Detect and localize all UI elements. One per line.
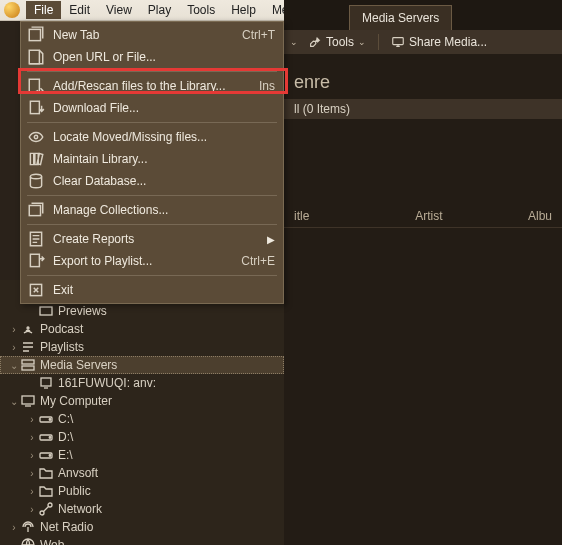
eye-icon: [27, 129, 45, 145]
menu-item-maintain-library[interactable]: Maintain Library...: [21, 148, 283, 170]
tab-media-servers[interactable]: Media Servers: [349, 5, 452, 30]
chevron-down-icon[interactable]: ⌄: [290, 37, 298, 47]
tree-item-playlists[interactable]: ›Playlists: [0, 338, 284, 356]
column-title[interactable]: itle: [284, 209, 405, 223]
tree-item-drive-e[interactable]: ›E:\: [0, 446, 284, 464]
expander-icon[interactable]: ›: [26, 450, 38, 461]
expander-icon[interactable]: ⌄: [8, 396, 20, 407]
menu-item-create-reports[interactable]: Create Reports ▶: [21, 228, 283, 250]
separator: [27, 122, 277, 123]
menu-file[interactable]: File: [26, 1, 61, 19]
tree-item-podcast[interactable]: ›Podcast: [0, 320, 284, 338]
file-menu-dropdown: New Tab Ctrl+T Open URL or File... Add/R…: [20, 21, 284, 304]
column-album[interactable]: Albu: [518, 209, 562, 223]
tree-label: Anvsoft: [58, 466, 98, 480]
collections-icon: [27, 202, 45, 218]
radio-icon: [20, 520, 36, 534]
tree-label: Network: [58, 502, 102, 516]
expander-icon[interactable]: ›: [26, 486, 38, 497]
expander-icon[interactable]: ›: [26, 432, 38, 443]
svg-point-22: [49, 437, 51, 439]
tree-label: C:\: [58, 412, 73, 426]
menu-item-clear-database[interactable]: Clear Database...: [21, 170, 283, 192]
menu-item-add-rescan[interactable]: Add/Rescan files to the Library... Ins: [21, 75, 283, 97]
computer-icon: [20, 394, 36, 408]
tree-item-anvsoft[interactable]: ›Anvsoft: [0, 464, 284, 482]
separator: [27, 275, 277, 276]
chevron-down-icon: ⌄: [358, 37, 366, 47]
tools-dropdown[interactable]: Tools ⌄: [302, 33, 372, 51]
menu-item-new-tab[interactable]: New Tab Ctrl+T: [21, 24, 283, 46]
folder-icon: [38, 484, 54, 498]
expander-icon[interactable]: ›: [8, 342, 20, 353]
tree-item-web[interactable]: Web: [0, 536, 284, 545]
column-artist[interactable]: Artist: [405, 209, 518, 223]
playlist-icon: [20, 340, 36, 354]
tree-item-net-radio[interactable]: ›Net Radio: [0, 518, 284, 536]
dd-label: Exit: [53, 283, 275, 297]
share-label: Share Media...: [409, 35, 487, 49]
column-headers: itle Artist Albu: [284, 205, 562, 228]
items-count-bar[interactable]: ll (0 Items): [284, 99, 562, 119]
preview-icon: [38, 304, 54, 318]
folder-icon: [38, 466, 54, 480]
menu-item-manage-collections[interactable]: Manage Collections...: [21, 199, 283, 221]
drive-icon: [38, 430, 54, 444]
expander-icon[interactable]: ⌄: [8, 360, 20, 371]
tree-item-server1[interactable]: 161FUWUQI: anv:: [0, 374, 284, 392]
separator: [27, 224, 277, 225]
menu-edit[interactable]: Edit: [61, 1, 98, 19]
menu-play[interactable]: Play: [140, 1, 179, 19]
svg-rect-7: [29, 206, 40, 216]
dd-shortcut: Ctrl+E: [241, 254, 275, 268]
wrench-icon: [308, 35, 322, 49]
toolbar-separator: [378, 34, 379, 50]
menu-tools[interactable]: Tools: [179, 1, 223, 19]
dd-label: Download File...: [53, 101, 275, 115]
menu-item-exit[interactable]: Exit: [21, 279, 283, 301]
svg-rect-1: [29, 29, 40, 40]
tree-item-previews[interactable]: Previews: [0, 302, 284, 320]
menu-item-download-file[interactable]: Download File...: [21, 97, 283, 119]
dd-label: Export to Playlist...: [53, 254, 229, 268]
sidebar-tree: ›Virtual CD Previews ›Podcast ›Playlists…: [0, 280, 284, 545]
new-tab-icon: [27, 27, 45, 43]
menu-item-open-url[interactable]: Open URL or File...: [21, 46, 283, 68]
open-file-icon: [27, 49, 45, 65]
dd-label: Manage Collections...: [53, 203, 275, 217]
expander-icon[interactable]: ›: [26, 414, 38, 425]
download-icon: [27, 100, 45, 116]
tree-label: Previews: [58, 304, 107, 318]
svg-point-5: [34, 135, 37, 138]
expander-icon[interactable]: ›: [26, 504, 38, 515]
tree-item-network[interactable]: ›Network: [0, 500, 284, 518]
server-icon: [20, 358, 36, 372]
main-panel: enre ll (0 Items) itle Artist Albu: [284, 54, 562, 545]
menu-item-export-playlist[interactable]: Export to Playlist... Ctrl+E: [21, 250, 283, 272]
tree-item-public[interactable]: ›Public: [0, 482, 284, 500]
tree-item-my-computer[interactable]: ⌄My Computer: [0, 392, 284, 410]
tree-label: 161FUWUQI: anv:: [58, 376, 156, 390]
tree-label: Web: [40, 538, 64, 545]
expander-icon[interactable]: ›: [8, 324, 20, 335]
toolbar: ⌄ Tools ⌄ Share Media...: [284, 30, 562, 54]
expander-icon[interactable]: ›: [8, 522, 20, 533]
submenu-arrow-icon: ▶: [267, 234, 275, 245]
share-media-button[interactable]: Share Media...: [385, 33, 493, 51]
exit-icon: [27, 282, 45, 298]
dd-label: Locate Moved/Missing files...: [53, 130, 275, 144]
expander-icon[interactable]: ›: [26, 468, 38, 479]
menu-item-locate-missing[interactable]: Locate Moved/Missing files...: [21, 126, 283, 148]
menu-view[interactable]: View: [98, 1, 140, 19]
tree-item-media-servers[interactable]: ⌄Media Servers: [0, 356, 284, 374]
svg-rect-16: [22, 366, 34, 370]
menu-help[interactable]: Help: [223, 1, 264, 19]
tree-label: D:\: [58, 430, 73, 444]
tree-item-drive-c[interactable]: ›C:\: [0, 410, 284, 428]
share-icon: [391, 35, 405, 49]
svg-point-25: [40, 511, 44, 515]
dd-shortcut: Ins: [259, 79, 275, 93]
tree-item-drive-d[interactable]: ›D:\: [0, 428, 284, 446]
tree-label: Net Radio: [40, 520, 93, 534]
export-icon: [27, 253, 45, 269]
